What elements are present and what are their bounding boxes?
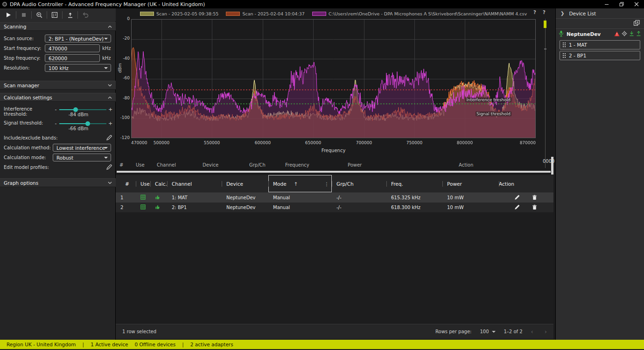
section-scan-manager[interactable]: Scan manager: [0, 81, 116, 90]
x-tick: 650000: [305, 140, 321, 145]
edit-channel-button[interactable]: [514, 204, 520, 211]
edit-model-profiles-button[interactable]: [106, 164, 112, 171]
table-row[interactable]: 1 1: MAT NeptuneDev Manual -/- 615.325 k…: [116, 193, 553, 203]
col-header-grpch[interactable]: Grp/Ch: [332, 175, 386, 192]
calculation-method-label: Calculation method:: [4, 145, 53, 150]
rows-selected-text: 1 row selected: [122, 329, 156, 334]
calculation-method-select[interactable]: Lowest interference: [53, 144, 111, 152]
auto-setup-button[interactable]: [34, 10, 45, 20]
edit-channel-button[interactable]: [514, 195, 520, 201]
chart-zoom-slider-track[interactable]: [545, 19, 546, 168]
add-device-button[interactable]: [633, 19, 640, 28]
start-scan-button[interactable]: [3, 10, 14, 20]
row-device: NeptuneDev: [222, 195, 268, 200]
warning-icon[interactable]: [614, 31, 620, 37]
use-checkbox-icon[interactable]: [136, 195, 150, 201]
scan-source-label: Scan source:: [4, 36, 45, 41]
help-icon[interactable]: ?: [543, 10, 546, 15]
calculation-mode-select[interactable]: Robust: [53, 154, 111, 161]
interference-threshold-value: -84 dBm: [51, 112, 105, 117]
section-calculation-settings[interactable]: Calculation settings: [0, 93, 116, 102]
col-header-power[interactable]: Power: [442, 175, 499, 192]
section-scan-manager-title: Scan manager: [4, 83, 39, 88]
resolution-select[interactable]: 100 kHz: [45, 64, 111, 72]
help-icon[interactable]: ?: [533, 10, 536, 15]
interference-plus-button[interactable]: +: [108, 106, 112, 112]
panel-expand-icon[interactable]: ❯: [560, 11, 564, 16]
deploy-upload-button[interactable]: [64, 10, 76, 20]
next-page-button[interactable]: ›: [545, 328, 547, 335]
row-grpch: -/-: [332, 205, 386, 210]
status-separator: |: [182, 342, 184, 347]
row-power: 10 mW: [442, 195, 499, 200]
signal-threshold-label: Signal threshold:: [4, 120, 54, 126]
device-group-header[interactable]: NeptuneDev: [556, 29, 644, 39]
signal-threshold-value: -66 dBm: [51, 126, 105, 131]
stop-frequency-input[interactable]: 620000: [45, 54, 100, 62]
status-offline-devices: 0 Offline devices: [134, 342, 175, 347]
edit-bands-button[interactable]: [106, 135, 112, 141]
calculation-mode-label: Calculation mode:: [4, 155, 53, 160]
row-device: NeptuneDev: [222, 205, 268, 210]
signal-plus-button[interactable]: +: [108, 120, 112, 126]
rows-per-page-value: 100: [480, 329, 489, 334]
ghost-header-num: #: [119, 162, 123, 168]
calc-thumbs-up-icon: [150, 204, 167, 210]
col-header-calc[interactable]: Calc.: [150, 175, 167, 192]
rows-per-page-label: Rows per page:: [435, 329, 471, 334]
minimize-button[interactable]: [599, 0, 614, 8]
status-active-devices: 1 Active device: [91, 342, 128, 347]
vertical-scrollbar-thumb[interactable]: [551, 157, 553, 175]
col-header-device[interactable]: Device: [222, 175, 268, 192]
col-header-action[interactable]: Action: [499, 175, 553, 192]
section-scanning[interactable]: Scanning: [0, 22, 116, 31]
col-header-num[interactable]: #: [116, 175, 136, 192]
start-frequency-input[interactable]: 470000: [45, 44, 100, 52]
legend-label: C:\Users\rem\OneDrive - DPA Microphones …: [329, 11, 527, 16]
rows-per-page-select[interactable]: 100: [480, 329, 495, 334]
chart-zoom-slider-thumb[interactable]: [544, 21, 546, 28]
undo-button[interactable]: [80, 10, 91, 20]
stop-scan-button[interactable]: [18, 10, 29, 20]
spectrum-chart-canvas[interactable]: [131, 19, 536, 138]
drag-handle-icon[interactable]: [563, 53, 566, 58]
row-num: 1: [116, 195, 136, 200]
device-channel-item[interactable]: 2 - BP1: [560, 51, 640, 60]
col-header-channel[interactable]: Channel: [167, 175, 222, 192]
col-header-use[interactable]: Use: [136, 175, 150, 192]
col-header-freq[interactable]: Freq.: [386, 175, 442, 192]
legend-item-csv[interactable]: C:\Users\rem\OneDrive - DPA Microphones …: [312, 11, 527, 16]
column-menu-icon[interactable]: ⋮: [320, 181, 329, 187]
ghost-header-use: Use: [136, 162, 145, 168]
horizontal-splitter[interactable]: [117, 171, 551, 173]
scan-source-select[interactable]: 2: BP1 - (NeptuneDev): [45, 35, 111, 42]
upload-settings-icon[interactable]: [636, 31, 641, 37]
start-frequency-value: 470000: [49, 46, 67, 51]
legend-item-scan1[interactable]: Scan - 2025-02-05 09:38:55: [140, 11, 218, 16]
calculate-frequencies-button[interactable]: [49, 10, 60, 20]
use-checkbox-icon[interactable]: [136, 204, 150, 210]
col-header-mode[interactable]: Mode ↑ ⋮: [268, 175, 332, 192]
legend-item-scan2[interactable]: Scan - 2025-02-04 10:04:37: [226, 11, 304, 16]
device-list-title: Device List: [569, 11, 596, 16]
download-settings-icon[interactable]: [629, 31, 634, 37]
device-channel-item[interactable]: 1 - MAT: [560, 40, 640, 49]
y-axis-label: dBm: [118, 63, 122, 73]
app-window: DPA Audio Controller - Advanced Frequenc…: [0, 0, 644, 350]
previous-page-button[interactable]: ‹: [531, 328, 533, 335]
identify-crosshair-icon[interactable]: [622, 31, 627, 37]
status-bar: Region UK - United Kingdom | 1 Active de…: [0, 340, 644, 349]
restore-button[interactable]: [614, 0, 629, 8]
delete-channel-button[interactable]: [532, 204, 537, 211]
delete-channel-button[interactable]: [532, 195, 537, 201]
sort-ascending-icon[interactable]: ↑: [289, 181, 298, 187]
interference-threshold-line-label: Interference treshold: [465, 98, 511, 102]
table-row[interactable]: 2 2: BP1 NeptuneDev Manual -/- 618.300 k…: [116, 203, 553, 212]
device-channel-label: 1 - MAT: [569, 42, 587, 48]
close-button[interactable]: [629, 0, 644, 8]
drag-handle-icon[interactable]: [563, 42, 566, 47]
ghost-header-channel: Channel: [157, 162, 176, 168]
ghost-header-device: Device: [203, 162, 218, 168]
status-region: Region UK - United Kingdom: [7, 342, 76, 347]
section-graph-options[interactable]: Graph options: [0, 178, 116, 187]
